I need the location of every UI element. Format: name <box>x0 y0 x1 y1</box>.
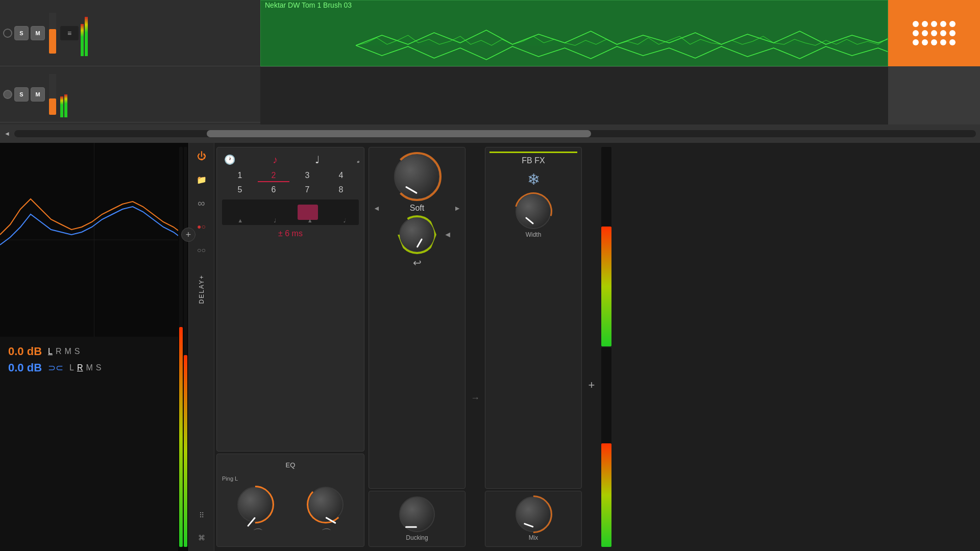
eq-knob-2[interactable] <box>308 487 344 522</box>
soft-next-arrow[interactable]: ► <box>454 204 461 212</box>
freeze-snowflake-icon[interactable]: ❄ <box>527 170 540 188</box>
return-sync-icon[interactable]: ↩ <box>413 257 422 269</box>
plugin-circles-button[interactable]: ○○ <box>192 241 211 259</box>
track-record-btn-2[interactable] <box>3 90 12 99</box>
grid-num-6[interactable]: 6 <box>258 184 289 195</box>
logo-dot <box>931 21 937 27</box>
ch-r-label-2[interactable]: R <box>77 363 83 372</box>
logo-dot <box>913 39 919 45</box>
ping-label-container: Ping L <box>222 473 359 483</box>
ch-l-label-2[interactable]: L <box>69 363 74 372</box>
right-vu-1 <box>601 147 611 346</box>
mix-label: Mix <box>529 534 538 541</box>
grid-numbers: 1 2 3 4 5 6 7 8 <box>222 170 359 195</box>
scope-waveform-svg <box>0 143 188 337</box>
ch-r-label[interactable]: R <box>56 347 62 356</box>
ch-m-label-1[interactable]: M <box>65 347 71 356</box>
filter-icons-row: ⌒ ⌒ <box>222 527 359 540</box>
fbfx-panel: FB FX ❄ Width <box>485 147 582 489</box>
grid-num-7[interactable]: 7 <box>291 184 323 195</box>
logo-dot <box>940 39 946 45</box>
playhead-area[interactable]: ▲ ♩ ▲ 𝅘𝅥 <box>222 199 359 225</box>
scope-panel: + 0.0 dB L R M S 0.0 dB ⊃⊂ L R M S <box>0 143 189 551</box>
playhead-arrow-3: ♩ <box>274 217 276 224</box>
track-row-2: S M <box>0 66 260 122</box>
grid-num-1[interactable]: 1 <box>224 170 256 182</box>
note-icons-row: 🕐 ♪ ♩ 𝅗 <box>222 154 359 166</box>
grid-num-5[interactable]: 5 <box>224 184 256 195</box>
dotted-note-icon[interactable]: ♪ <box>273 154 278 166</box>
soft-knob[interactable] <box>394 154 440 199</box>
scrollbar-track[interactable] <box>14 130 976 137</box>
logo-dot <box>922 39 928 45</box>
eq-knob-1[interactable] <box>237 487 273 522</box>
logo-dot <box>949 30 955 36</box>
track-record-btn-1[interactable] <box>3 29 12 38</box>
mix-knob-container: Mix <box>516 496 551 541</box>
left-channel-db: 0.0 dB <box>8 345 42 358</box>
note-icon-quarter[interactable]: ♩ <box>315 154 320 166</box>
track-list: S M ≡ S M <box>0 0 260 143</box>
grid-num-3[interactable]: 3 <box>291 170 323 182</box>
folder-icon: 📁 <box>197 175 207 185</box>
scrollbar-thumb[interactable] <box>207 130 592 137</box>
fbfx-panel-wrapper: FB FX ❄ Width Mix <box>485 147 582 547</box>
vu-meter-1 <box>81 10 88 56</box>
track-solo-btn-2[interactable]: S <box>14 87 29 102</box>
playhead-marker-right: ▲ <box>307 217 313 224</box>
eq-knob-1-container <box>237 487 273 522</box>
logo-dot <box>922 30 928 36</box>
ch-m-label-2[interactable]: M <box>86 363 93 372</box>
grid-num-2[interactable]: 2 <box>258 170 289 182</box>
soft-panel-wrapper: ◄ Soft ► ◄ ↩ Ducking <box>369 147 465 547</box>
eq-knob-2-container <box>308 487 344 522</box>
soft-label: Soft <box>384 204 450 213</box>
channel-label-row-1: L R M S <box>48 347 80 356</box>
soft-prev-arrow[interactable]: ◄ <box>373 204 380 212</box>
right-vu-fill-2 <box>601 443 611 547</box>
knob2-side-arrow[interactable]: ◄ <box>444 230 452 239</box>
audio-clip-1[interactable]: Nektar DW Tom 1 Brush 03 <box>260 0 888 66</box>
link-channels-icon[interactable]: ⊃⊂ <box>48 362 63 373</box>
ch-l-label[interactable]: L <box>48 347 53 356</box>
clock-icon[interactable]: 🕐 <box>224 154 235 165</box>
scroll-left-arrow[interactable]: ◄ <box>4 130 10 137</box>
track-menu-icon[interactable]: ≡ <box>67 29 71 37</box>
plugin-power-button[interactable]: ⏻ <box>192 147 211 165</box>
track-timeline-2 <box>260 66 888 133</box>
plugin-grid-button[interactable]: ⠿ <box>192 506 211 524</box>
logo-dot <box>922 21 928 27</box>
track-mute-btn-2[interactable]: M <box>31 87 45 102</box>
playhead-arrows: ▲ ♩ ▲ 𝅘𝅥 <box>222 217 359 224</box>
add-panel-btn[interactable]: + <box>584 219 599 551</box>
vu-fill-left <box>179 327 183 547</box>
record-icon: ●○ <box>197 222 206 231</box>
soft-knob-2[interactable] <box>399 217 435 253</box>
power-icon: ⏻ <box>197 151 206 162</box>
ch-s-label-2[interactable]: S <box>96 363 102 372</box>
track-row-1: S M ≡ <box>0 0 260 66</box>
plugin-key-button[interactable]: ⌘ <box>192 529 211 547</box>
ducking-knob[interactable] <box>399 496 435 532</box>
eq-label-container: EQ <box>222 460 359 469</box>
logo-dot <box>931 30 937 36</box>
add-plugin-button[interactable]: + <box>181 228 195 242</box>
ducking-label: Ducking <box>406 534 428 541</box>
ch-s-label-1[interactable]: S <box>75 347 80 356</box>
vu-strip-right <box>184 147 187 547</box>
plugin-link-button[interactable]: ∞ <box>192 194 211 212</box>
grid-num-8[interactable]: 8 <box>325 184 357 195</box>
lopass-filter-icon[interactable]: ⌒ <box>320 527 330 540</box>
track-mute-btn-1[interactable]: M <box>31 26 45 40</box>
ducking-section: Ducking <box>369 491 465 547</box>
track-solo-btn-1[interactable]: S <box>14 26 29 40</box>
width-knob[interactable] <box>516 193 551 229</box>
plugin-folder-button[interactable]: 📁 <box>192 170 211 189</box>
mix-knob[interactable] <box>516 496 551 532</box>
plugin-name-label: DELAY+ <box>198 274 205 304</box>
grid-num-4[interactable]: 4 <box>325 170 357 182</box>
right-arrow-icon: → <box>471 393 480 404</box>
fbfx-title-bar: FB FX <box>489 152 577 165</box>
hipass-filter-icon[interactable]: ⌒ <box>251 527 261 540</box>
right-channel-db: 0.0 dB <box>8 361 42 374</box>
